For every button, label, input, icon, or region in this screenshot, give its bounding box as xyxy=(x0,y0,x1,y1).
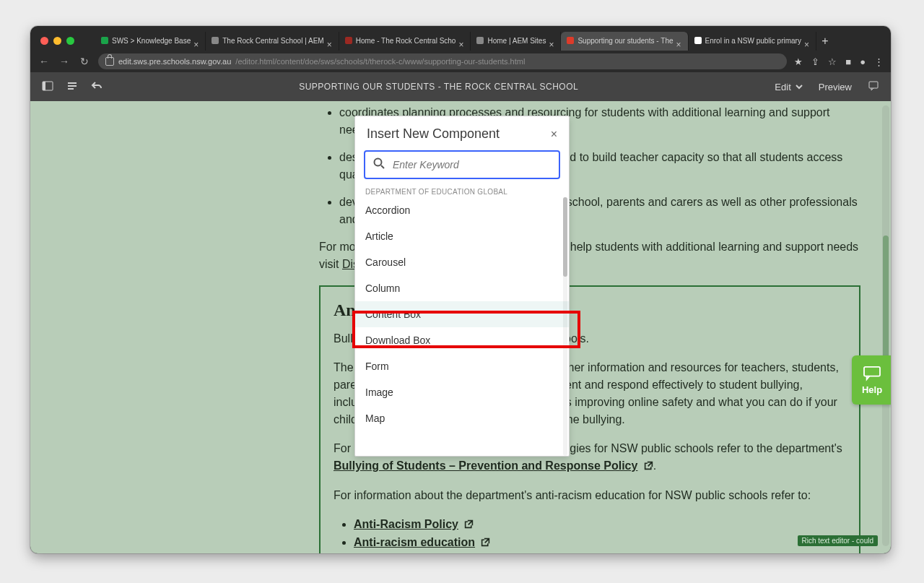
tab-favicon xyxy=(345,37,352,44)
external-link-icon xyxy=(464,517,474,534)
browser-right-icons: ★ ⇪ ☆ ■ ● ⋮ xyxy=(794,56,884,67)
tab-close-button[interactable] xyxy=(193,36,201,43)
help-widget[interactable]: Help xyxy=(852,355,891,405)
dialog-close-button[interactable]: × xyxy=(551,128,557,141)
browser-tab[interactable]: Supporting our students - The xyxy=(561,32,688,51)
window-controls xyxy=(40,37,74,45)
tab-label: Enrol in a NSW public primary xyxy=(705,37,801,45)
tab-close-button[interactable] xyxy=(676,36,684,43)
tab-favicon xyxy=(694,37,702,44)
svg-rect-2 xyxy=(869,82,878,88)
preview-button[interactable]: Preview xyxy=(819,82,852,92)
list-item: Anti-racism education xyxy=(354,534,846,552)
tab-favicon xyxy=(212,37,219,44)
tab-close-button[interactable] xyxy=(804,36,811,43)
search-icon xyxy=(372,157,385,173)
component-option[interactable]: Form xyxy=(355,353,569,379)
component-list: AccordionArticleCarouselColumnContent Bo… xyxy=(355,197,569,456)
external-link-icon xyxy=(644,458,653,475)
dialog-scrollbar[interactable] xyxy=(563,197,567,456)
browser-tab[interactable]: SWS > Knowledge Base xyxy=(95,32,206,51)
tab-close-button[interactable] xyxy=(458,36,466,43)
tab-favicon xyxy=(476,37,484,44)
tab-favicon xyxy=(101,37,108,44)
mode-selector[interactable]: Edit xyxy=(775,82,802,92)
annotate-icon[interactable] xyxy=(868,80,879,94)
side-panel-toggle-icon[interactable] xyxy=(42,80,53,94)
tab-favicon xyxy=(567,37,574,44)
nav-forward-button[interactable]: → xyxy=(58,56,71,67)
url-path: /editor.html/content/doe/sws/schools/t/t… xyxy=(235,53,525,69)
insert-component-dialog: Insert New Component × DEPARTMENT OF EDU… xyxy=(354,116,570,457)
url-host: edit.sws.pre.schools.nsw.gov.au xyxy=(118,53,231,69)
tab-label: Home | AEM Sites xyxy=(487,37,546,45)
browser-tab[interactable]: The Rock Central School | AEM xyxy=(206,32,339,51)
dialog-title: Insert New Component xyxy=(367,126,500,142)
policy-link-list: Anti-Racism Policy Anti-racism education… xyxy=(334,516,846,553)
policy-link[interactable]: Anti-Racism Policy xyxy=(354,518,458,530)
list-item: Racism. No way . xyxy=(354,552,846,553)
external-link-icon xyxy=(448,553,457,553)
tab-label: SWS > Knowledge Base xyxy=(112,37,191,45)
help-label: Help xyxy=(862,384,882,395)
component-option[interactable]: Map xyxy=(355,405,569,431)
window-minimize-button[interactable] xyxy=(53,37,61,45)
browser-toolbar: ← → ↻ edit.sws.pre.schools.nsw.gov.au/ed… xyxy=(30,51,891,72)
component-option[interactable]: Accordion xyxy=(355,197,569,223)
component-option[interactable]: Article xyxy=(355,223,569,249)
chat-icon xyxy=(863,366,881,381)
external-link-icon xyxy=(481,535,490,552)
dialog-section-header: DEPARTMENT OF EDUCATION GLOBAL xyxy=(355,183,569,197)
bookmark-icon[interactable]: ☆ xyxy=(828,56,837,67)
chevron-down-icon xyxy=(796,82,803,92)
browser-tab[interactable]: Home - The Rock Central Scho xyxy=(339,32,471,51)
component-label: Rich text editor - could xyxy=(798,535,879,546)
tab-label: The Rock Central School | AEM xyxy=(222,37,323,45)
tab-close-button[interactable] xyxy=(549,36,556,43)
window-maximize-button[interactable] xyxy=(66,37,74,45)
new-tab-button[interactable]: + xyxy=(816,35,834,48)
component-option[interactable]: Column xyxy=(355,275,569,301)
profile-icon[interactable]: ● xyxy=(860,56,866,67)
share-icon[interactable]: ⇪ xyxy=(811,56,819,67)
browser-tab[interactable]: Home | AEM Sites xyxy=(471,32,561,51)
svg-rect-4 xyxy=(864,366,880,376)
component-option[interactable]: Content Box xyxy=(355,301,569,327)
page-title: SUPPORTING OUR STUDENTS - THE ROCK CENTR… xyxy=(116,82,762,92)
zoom-icon[interactable]: ★ xyxy=(794,56,803,67)
extensions-icon[interactable]: ■ xyxy=(845,56,851,67)
policy-link[interactable]: Anti-racism education xyxy=(354,536,475,548)
dialog-search-field[interactable] xyxy=(364,150,560,179)
svg-point-3 xyxy=(375,159,382,166)
content-scrollbar[interactable] xyxy=(882,105,889,546)
page-info-icon[interactable] xyxy=(66,80,78,94)
browser-tabstrip: SWS > Knowledge BaseThe Rock Central Sch… xyxy=(95,32,862,51)
component-option[interactable]: Image xyxy=(355,379,569,405)
tab-label: Home - The Rock Central Scho xyxy=(356,37,456,45)
svg-rect-1 xyxy=(43,82,45,90)
mode-label: Edit xyxy=(775,82,790,92)
browser-window: SWS > Knowledge BaseThe Rock Central Sch… xyxy=(30,26,891,553)
undo-icon[interactable] xyxy=(91,80,103,94)
tab-label: Supporting our students - The xyxy=(578,37,673,45)
list-item: Anti-Racism Policy xyxy=(354,516,846,534)
tab-close-button[interactable] xyxy=(327,36,334,43)
window-close-button[interactable] xyxy=(40,37,48,45)
nav-back-button[interactable]: ← xyxy=(38,56,51,67)
url-field[interactable]: edit.sws.pre.schools.nsw.gov.au/editor.h… xyxy=(98,53,787,69)
lock-icon xyxy=(105,57,114,66)
dialog-search-input[interactable] xyxy=(391,158,552,171)
kebab-menu-icon[interactable]: ⋮ xyxy=(874,56,884,67)
inline-link[interactable]: Bullying of Students – Prevention and Re… xyxy=(334,459,637,472)
paragraph: For information about the department's a… xyxy=(334,487,846,504)
component-option[interactable]: Carousel xyxy=(355,249,569,275)
component-option[interactable]: Download Box xyxy=(355,327,569,353)
browser-tab[interactable]: Enrol in a NSW public primary xyxy=(689,32,816,51)
aem-toolbar: SUPPORTING OUR STUDENTS - THE ROCK CENTR… xyxy=(30,72,891,101)
nav-reload-button[interactable]: ↻ xyxy=(78,56,91,67)
